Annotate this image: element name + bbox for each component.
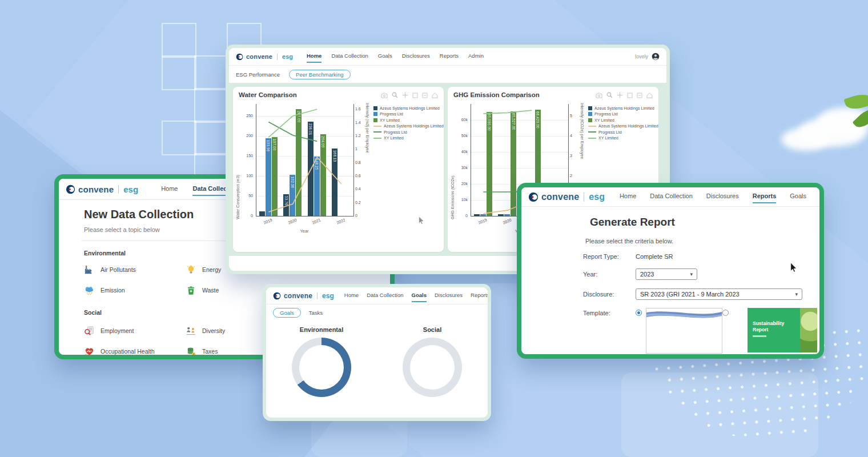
environmental-progress-donut [292,338,351,397]
window-goals: convene esg Home Data Collection Goals D… [263,284,491,421]
nav-item-goals[interactable]: Goals [790,190,806,203]
convene-esg-logo[interactable]: convene esg [528,192,605,202]
nav-item-reports[interactable]: Reports [471,290,488,302]
zoom-icon[interactable] [392,92,398,98]
y2-tick: 0.8 [355,161,361,165]
chevron-down-icon: ▾ [795,291,798,297]
legend-item[interactable]: Azeus Systems Holdings Limited [588,105,654,111]
grid-square-decoration [162,121,196,155]
zoom-icon[interactable] [606,92,613,98]
y-tick: 250 [239,114,253,118]
home-icon[interactable] [432,93,438,98]
y-axis-label: Water Consumption (m3) [236,103,240,219]
tab-esg-performance[interactable]: ESG Performance [236,71,280,78]
home-icon[interactable] [646,93,653,98]
legend-item[interactable]: Progress Ltd [373,111,440,118]
nav-item-data-collection[interactable]: Data Collection [367,290,403,302]
zoom-out-box-icon[interactable] [637,93,642,98]
zoom-in-box-icon[interactable] [412,93,418,98]
avatar [652,53,660,61]
template-1-radio[interactable] [636,310,642,316]
zoom-in-box-icon[interactable] [627,93,633,98]
convene-esg-logo[interactable]: convene esg [273,292,334,300]
disclosure-row: Disclosure: SR 2023 (GRI 2021 - 9 March … [583,288,819,300]
logo-divider [118,185,119,194]
trend-line [268,122,317,142]
nav-item-data-collection[interactable]: Data Collection [331,50,368,63]
year-select[interactable]: 2023 ▾ [636,268,697,280]
legend-item[interactable]: Azeus Systems Holdings Limited [373,105,440,111]
nav-item-disclosures[interactable]: Disclosures [706,190,739,203]
legend-item[interactable]: XY Limited [588,117,654,123]
tab-tasks[interactable]: Tasks [309,310,323,316]
zoom-out-box-icon[interactable] [422,93,428,98]
topic-emission[interactable]: Emission [84,280,186,300]
nav-item-home[interactable]: Home [344,290,359,302]
logo-divider [584,193,584,202]
main-nav: Home Data Collection Disclosures Reports… [620,190,819,203]
nav-item-goals[interactable]: Goals [412,290,427,302]
app-header: convene esg Home Data Collection Disclos… [521,187,819,207]
nav-item-reports[interactable]: Reports [753,190,777,203]
topic-label: Air Pollutants [101,266,136,273]
tab-goals[interactable]: Goals [273,308,301,318]
pan-icon[interactable] [617,92,623,98]
legend-item[interactable]: XY Limited [373,135,440,142]
emission-cloud-icon [84,285,95,296]
nav-item-disclosures[interactable]: Disclosures [402,50,430,63]
topic-occupational-health[interactable]: Occupational Health [84,341,186,359]
camera-icon[interactable] [381,93,388,98]
chevron-down-icon: ▾ [690,271,693,277]
page-subtitle: Please select the criteria below. [585,238,819,244]
legend-label: Azeus Systems Holdings Limited [380,106,440,111]
template-2-thumbnail[interactable]: Sustainability Report [748,308,817,352]
logo-divider [317,292,318,299]
column-heading: Environmental [266,326,377,333]
legend: Azeus Systems Holdings LimitedProgress L… [588,105,654,141]
trend-line [268,109,317,137]
tab-peer-benchmarking[interactable]: Peer Benchmarking [289,70,350,79]
y-tick: 0 [454,214,468,218]
x-tick: 2020 [284,217,301,227]
disclosure-select[interactable]: SR 2023 (GRI 2021 - 9 March 2023 ▾ [636,288,802,300]
topic-employment[interactable]: Employment [84,320,186,341]
legend-item[interactable]: XY Limited [588,135,654,142]
nav-item-home[interactable]: Home [161,183,178,196]
template-2-radio[interactable] [722,310,729,316]
convene-esg-logo[interactable]: convene esg [66,185,138,194]
donut-hole [410,345,455,390]
y2-tick: 1.6 [355,107,361,111]
nav-item-disclosures[interactable]: Disclosures [435,290,463,302]
legend-item[interactable]: Azeus Systems Holdings Limited [588,123,654,130]
convene-esg-logo[interactable]: convene esg [236,53,293,61]
nav-item-home[interactable]: Home [620,190,636,203]
small-cursor-arrow [419,217,425,225]
nav-item-admin[interactable]: Admin [468,50,484,63]
nav-item-home[interactable]: Home [307,50,322,63]
nav-item-reports[interactable]: Reports [440,50,459,63]
camera-icon[interactable] [596,93,602,98]
user-menu[interactable]: lovely [635,53,660,61]
legend-swatch [373,126,381,127]
health-heart-icon [84,346,95,357]
main-nav: Home Data Collection Goals Disclosures R… [307,50,484,63]
grid-square-decoration [162,23,196,58]
legend-swatch [373,106,377,110]
legend-item[interactable]: Progress Ltd [588,129,654,135]
topic-label: Diversity [202,327,225,334]
nav-item-goals[interactable]: Goals [378,50,392,63]
marketing-composition: convene esg Home Data Collection Disclos… [0,0,868,457]
legend-swatch [588,118,592,122]
pan-icon[interactable] [402,92,408,98]
legend-item[interactable]: Progress Ltd [373,129,440,135]
topic-label: Employment [101,327,134,334]
legend-item[interactable]: Progress Ltd [588,111,654,118]
legend-label: Azeus Systems Holdings Limited [594,106,654,111]
template-1-thumbnail[interactable] [646,308,722,354]
nav-item-data-collection[interactable]: Data Collection [650,190,693,203]
topic-air-pollutants[interactable]: Air Pollutants [84,259,186,280]
goal-columns: Environmental Social [266,320,488,397]
logo-divider [277,54,278,60]
legend-item[interactable]: XY Limited [373,117,440,123]
legend-item[interactable]: Azeus Systems Holdings Limited [373,123,440,130]
